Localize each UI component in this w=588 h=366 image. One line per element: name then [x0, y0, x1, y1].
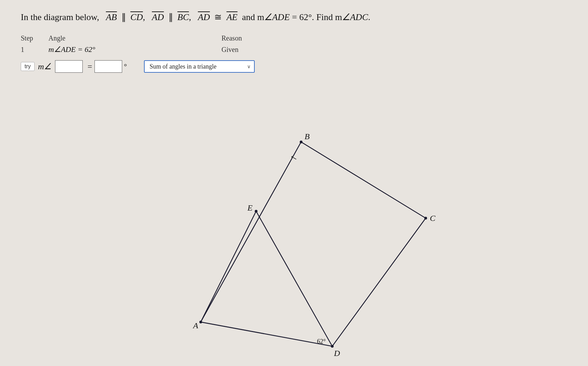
- quadrilateral-abcd: [201, 142, 426, 346]
- segment-ad2: AD: [198, 12, 210, 22]
- table-headers: Step Angle Reason: [21, 34, 567, 42]
- geometry-diagram-area: A B C D E 62° ↖: [132, 97, 443, 357]
- header-reason: Reason: [221, 34, 242, 42]
- segment-ab: AB: [106, 12, 117, 22]
- step-1-angle: m∠ADE = 62°: [48, 45, 152, 54]
- segment-ae: AE: [226, 12, 237, 22]
- geometry-svg: A B C D E 62° ↖: [132, 97, 443, 357]
- angle-62-label: 62°: [317, 338, 326, 345]
- proof-table: Step Angle Reason 1 m∠ADE = 62° Given tr…: [21, 34, 567, 73]
- m-angle-label: m∠: [38, 62, 52, 71]
- header-step: Step: [21, 34, 48, 42]
- step-1-reason: Given: [221, 46, 238, 54]
- angle-value-input[interactable]: [94, 60, 122, 73]
- label-b: B: [305, 132, 310, 141]
- line-ae: [201, 211, 256, 322]
- step-1-number: 1: [21, 46, 48, 54]
- degree-label: °: [124, 62, 127, 71]
- point-a: [199, 321, 202, 323]
- segment-bc: BC: [178, 12, 189, 22]
- point-d: [331, 345, 334, 348]
- try-button[interactable]: try: [21, 62, 35, 71]
- segment-cd: CD: [130, 12, 143, 22]
- point-c: [424, 217, 427, 220]
- proof-row-2: try m∠ = ° Sum of angles in a triangle A…: [21, 60, 567, 73]
- point-e: [255, 210, 257, 213]
- segment-ad: AD: [152, 12, 164, 22]
- proof-row-1: 1 m∠ADE = 62° Given: [21, 45, 567, 54]
- line-ed: [256, 211, 332, 346]
- main-container: In the diagram below, AB ∥ CD, AD ∥ BC, …: [0, 0, 588, 83]
- label-d: D: [334, 349, 340, 357]
- equals-label: =: [87, 62, 92, 71]
- header-angle: Angle: [48, 34, 152, 42]
- point-b: [300, 141, 302, 143]
- angle-input-group: m∠ = °: [38, 60, 127, 73]
- label-c: C: [430, 214, 436, 223]
- reason-dropdown-wrapper: Sum of angles in a triangle Alternate in…: [144, 60, 255, 73]
- problem-statement: In the diagram below, AB ∥ CD, AD ∥ BC, …: [21, 10, 567, 24]
- label-e: E: [247, 203, 253, 212]
- label-a: A: [192, 321, 198, 330]
- angle-name-input[interactable]: [55, 60, 83, 73]
- reason-select[interactable]: Sum of angles in a triangle Alternate in…: [144, 60, 255, 73]
- reason-dropdown-area: Sum of angles in a triangle Alternate in…: [144, 60, 255, 73]
